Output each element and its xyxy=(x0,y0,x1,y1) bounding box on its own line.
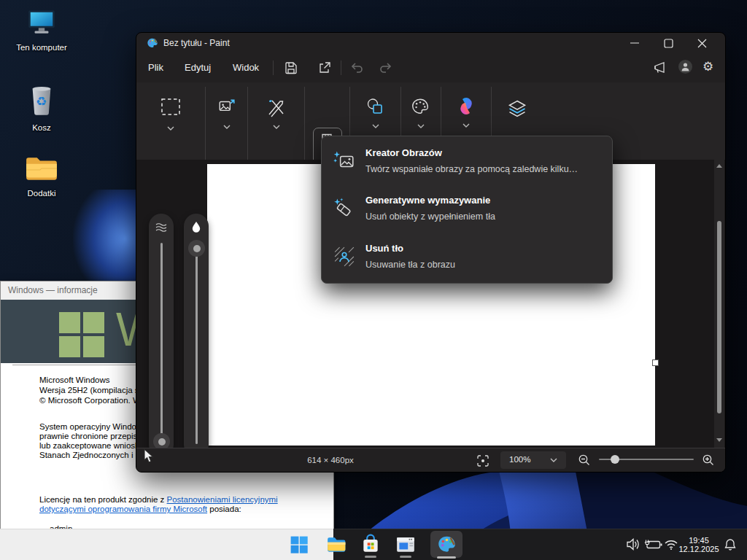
desktop-icon-label: Kosz xyxy=(9,123,74,132)
running-app-indicator xyxy=(400,556,411,558)
settings-gear-icon[interactable]: ⚙ xyxy=(703,59,713,74)
selection-icon xyxy=(160,97,182,117)
menu-item-description: Usuwanie tła z obrazu xyxy=(365,260,455,270)
taskbar-store-button[interactable] xyxy=(360,534,381,555)
zoom-level-dropdown[interactable]: 100% xyxy=(500,451,566,469)
menu-item-title: Usuń tło xyxy=(365,243,403,254)
svg-text:♻: ♻ xyxy=(36,94,47,109)
taskbar-app-window-button[interactable] xyxy=(395,535,416,554)
running-app-indicator xyxy=(365,556,376,558)
scroll-down-icon[interactable] xyxy=(716,438,722,442)
generative-erase-icon xyxy=(333,198,355,219)
windows-logo-icon xyxy=(59,312,104,357)
taskbar-translucent-segment xyxy=(0,529,333,560)
tools-button[interactable] xyxy=(259,97,293,155)
mouse-cursor xyxy=(144,448,155,464)
computer-monitor-icon xyxy=(26,7,57,38)
desktop-icon-dodatki[interactable]: Dodatki xyxy=(9,155,74,198)
zoom-in-icon[interactable] xyxy=(702,454,715,467)
file-explorer-icon xyxy=(326,534,347,555)
menu-item-generative-erase[interactable]: Generatywne wymazywanie Usuń obiekty z w… xyxy=(328,189,606,230)
about-product-line: Microsoft Windows xyxy=(39,376,110,386)
save-icon[interactable] xyxy=(284,61,298,75)
opacity-slider-track[interactable] xyxy=(196,243,198,444)
volume-icon[interactable] xyxy=(626,538,640,551)
zoom-level-value: 100% xyxy=(509,455,530,464)
about-legal-line-4: Stanach Zjednoczonych i inn xyxy=(39,451,147,461)
chevron-down-icon xyxy=(273,125,280,129)
chevron-down-icon xyxy=(462,123,470,128)
active-app-indicator xyxy=(437,556,456,559)
image-creator-icon xyxy=(333,150,355,172)
license-suffix: posiada: xyxy=(207,505,241,513)
menu-item-description: Usuń obiekty z wypełnieniem tła xyxy=(365,211,495,222)
license-terms-link-2[interactable]: dotyczącymi oprogramowania firmy Microso… xyxy=(39,505,207,513)
license-terms-link-1[interactable]: Postanowieniami licencyjnymi xyxy=(167,495,278,504)
taskbar-clock[interactable]: 19:45 12.12.2025 xyxy=(675,536,723,553)
feedback-megaphone-icon[interactable] xyxy=(652,61,668,75)
desktop-icon-recycle-bin[interactable]: ♻ Kosz xyxy=(9,82,74,132)
undo-icon[interactable] xyxy=(349,61,364,75)
zoom-slider-thumb[interactable] xyxy=(611,455,619,464)
app-window-icon xyxy=(395,535,416,554)
selection-tool-button[interactable] xyxy=(147,97,195,155)
paint-menubar: Plik Edytuj Widok ⚙ xyxy=(136,53,725,82)
copilot-icon xyxy=(457,97,476,115)
paint-taskbar-icon xyxy=(437,534,457,554)
shapes-icon xyxy=(365,97,384,116)
chevron-down-icon xyxy=(372,124,379,128)
taskbar-file-explorer-button[interactable] xyxy=(326,534,347,555)
desktop-icon-label: Ten komputer xyxy=(9,43,74,52)
menu-item-title: Generatywne wymazywanie xyxy=(365,195,490,206)
opacity-droplet-icon xyxy=(190,221,202,234)
layers-icon xyxy=(507,98,527,119)
about-legal-line-3: lub zaakceptowane wnioski o xyxy=(39,441,148,451)
image-tool-button[interactable] xyxy=(209,97,243,155)
minimize-button[interactable] xyxy=(620,33,649,53)
chevron-down-icon xyxy=(417,124,425,128)
chevron-down-icon xyxy=(167,126,174,131)
scroll-up-icon[interactable] xyxy=(716,164,722,168)
zoom-out-icon[interactable] xyxy=(578,454,591,467)
vertical-scrollbar[interactable] xyxy=(714,160,724,448)
opacity-slider-panel xyxy=(184,214,209,457)
scrollbar-thumb[interactable] xyxy=(717,221,721,413)
account-avatar[interactable] xyxy=(678,60,692,74)
copilot-dropdown-menu: Kreator Obrazów Twórz wspaniałe obrazy z… xyxy=(321,136,613,284)
thickness-slider-track[interactable] xyxy=(160,243,163,444)
menubar-separator xyxy=(273,61,274,75)
menu-item-image-creator[interactable]: Kreator Obrazów Twórz wspaniałe obrazy z… xyxy=(328,142,606,182)
close-button[interactable] xyxy=(687,33,716,53)
clock-time: 19:45 xyxy=(675,536,723,545)
menu-item-title: Kreator Obrazów xyxy=(365,147,442,158)
notifications-bell-icon[interactable] xyxy=(724,538,737,551)
about-version-line: Wersja 25H2 (kompilacja sys xyxy=(39,386,147,396)
opacity-slider-thumb[interactable] xyxy=(188,240,205,257)
clock-date: 12.12.2025 xyxy=(675,545,723,553)
desktop: Ten komputer ♻ Kosz Dodatki Windows — in… xyxy=(0,0,747,560)
fit-to-screen-icon[interactable] xyxy=(476,454,490,468)
paint-titlebar[interactable]: Bez tytułu - Paint xyxy=(136,33,725,53)
about-license-line-1: Licencję na ten produkt zgodnie z Postan… xyxy=(39,495,278,505)
about-license-line-2: dotyczącymi oprogramowania firmy Microso… xyxy=(39,505,241,515)
start-button[interactable] xyxy=(290,535,309,554)
tools-icon xyxy=(266,97,287,117)
menu-edit[interactable]: Edytuj xyxy=(185,62,211,73)
share-icon[interactable] xyxy=(317,61,332,75)
menu-item-remove-background[interactable]: Usuń tło Usuwanie tła z obrazu xyxy=(328,237,606,278)
canvas-size-text: 614 × 460px xyxy=(301,456,360,464)
battery-icon[interactable] xyxy=(644,540,662,550)
chevron-down-icon xyxy=(223,125,231,129)
desktop-icon-label: Dodatki xyxy=(9,189,74,198)
windows-start-icon xyxy=(290,535,309,554)
menu-view[interactable]: Widok xyxy=(233,62,259,73)
desktop-icon-this-pc[interactable]: Ten komputer xyxy=(9,7,74,52)
about-copyright-line: © Microsoft Corporation. Ws xyxy=(39,396,145,406)
menu-file[interactable]: Plik xyxy=(148,62,163,73)
person-icon xyxy=(678,60,692,74)
redo-icon[interactable] xyxy=(379,61,393,75)
maximize-button[interactable] xyxy=(654,33,683,53)
canvas-resize-handle[interactable] xyxy=(652,359,659,366)
taskbar-paint-button-active[interactable] xyxy=(430,531,462,558)
chevron-down-icon xyxy=(550,458,557,462)
